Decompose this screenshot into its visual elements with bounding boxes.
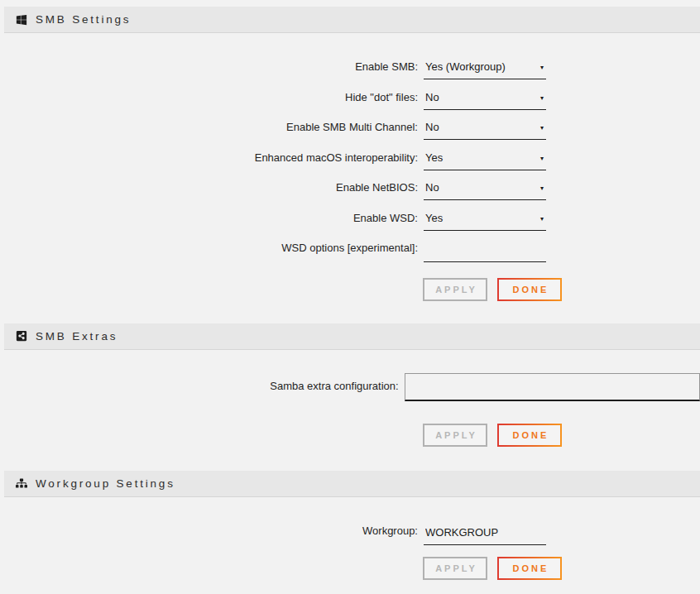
chevron-down-icon: ▾ xyxy=(540,125,544,133)
apply-button[interactable]: APPLY xyxy=(423,278,487,301)
form-row-hide-dot-files: Hide "dot" files: No ▾ xyxy=(0,83,700,113)
chevron-down-icon: ▾ xyxy=(540,216,544,224)
panel-header-workgroup-settings: Workgroup Settings xyxy=(4,471,700,497)
enable-wsd-value: Yes xyxy=(425,212,443,224)
smb-settings-form: Enable SMB: Yes (Workgroup) ▾ Hide "dot"… xyxy=(0,33,700,301)
enable-wsd-label: Enable WSD: xyxy=(0,204,418,234)
wsd-options-input[interactable] xyxy=(424,243,546,262)
done-button[interactable]: DONE xyxy=(497,278,562,301)
enable-smb-label: Enable SMB: xyxy=(0,52,418,83)
form-row-wsd-options: WSD options [experimental]: xyxy=(0,233,700,264)
panel-header-smb-settings: SMB Settings xyxy=(4,7,700,33)
chevron-down-icon: ▾ xyxy=(540,95,544,103)
workgroup-buttons: APPLY DONE xyxy=(423,557,700,580)
panel-title: SMB Extras xyxy=(36,330,117,343)
smb-extras-form: Samba extra configuration: APPLY DONE xyxy=(0,350,700,447)
samba-extra-label: Samba extra configuration: xyxy=(0,373,399,401)
workgroup-form: Workgroup: APPLY DONE xyxy=(0,497,700,580)
smb-extras-buttons: APPLY DONE xyxy=(423,424,700,447)
form-row-enable-wsd: Enable WSD: Yes ▾ xyxy=(0,204,700,234)
form-row-samba-extra: Samba extra configuration: xyxy=(0,373,700,401)
workgroup-label: Workgroup: xyxy=(0,518,418,545)
enable-smb-select[interactable]: Yes (Workgroup) ▾ xyxy=(424,60,546,79)
panel-title: SMB Settings xyxy=(36,13,131,26)
done-button[interactable]: DONE xyxy=(497,424,562,447)
panel-header-smb-extras: SMB Extras xyxy=(4,323,700,350)
sitemap-icon xyxy=(15,477,27,490)
chevron-down-icon: ▾ xyxy=(540,185,544,194)
smb-settings-page: SMB Settings Enable SMB: Yes (Workgroup)… xyxy=(0,7,700,594)
chevron-down-icon: ▾ xyxy=(540,65,544,73)
form-row-workgroup: Workgroup: xyxy=(0,518,700,545)
form-row-enable-netbios: Enable NetBIOS: No ▾ xyxy=(0,173,700,204)
macos-interop-select[interactable]: Yes ▾ xyxy=(424,151,546,170)
enable-netbios-label: Enable NetBIOS: xyxy=(0,173,418,204)
smb-settings-buttons: APPLY DONE xyxy=(423,278,700,301)
samba-extra-textarea[interactable] xyxy=(405,373,700,401)
hide-dot-files-select[interactable]: No ▾ xyxy=(424,91,546,110)
apply-button[interactable]: APPLY xyxy=(423,424,487,447)
windows-icon xyxy=(15,13,27,26)
smb-multi-channel-label: Enable SMB Multi Channel: xyxy=(0,113,418,143)
share-square-icon xyxy=(15,330,27,343)
apply-button[interactable]: APPLY xyxy=(423,557,487,580)
hide-dot-files-value: No xyxy=(425,91,439,103)
form-row-macos-interop: Enhanced macOS interoperability: Yes ▾ xyxy=(0,143,700,174)
wsd-options-label: WSD options [experimental]: xyxy=(0,233,418,264)
enable-wsd-select[interactable]: Yes ▾ xyxy=(424,212,546,231)
chevron-down-icon: ▾ xyxy=(540,156,544,164)
panel-title: Workgroup Settings xyxy=(36,477,175,490)
enable-netbios-value: No xyxy=(425,181,439,194)
form-row-enable-smb: Enable SMB: Yes (Workgroup) ▾ xyxy=(0,52,700,83)
macos-interop-label: Enhanced macOS interoperability: xyxy=(0,143,418,174)
done-button[interactable]: DONE xyxy=(497,557,562,580)
workgroup-input[interactable] xyxy=(424,526,546,545)
enable-smb-value: Yes (Workgroup) xyxy=(425,60,506,73)
macos-interop-value: Yes xyxy=(425,151,443,164)
hide-dot-files-label: Hide "dot" files: xyxy=(0,83,418,113)
enable-netbios-select[interactable]: No ▾ xyxy=(424,181,546,200)
form-row-smb-multi-channel: Enable SMB Multi Channel: No ▾ xyxy=(0,113,700,143)
smb-multi-channel-select[interactable]: No ▾ xyxy=(424,121,546,140)
smb-multi-channel-value: No xyxy=(425,121,439,133)
